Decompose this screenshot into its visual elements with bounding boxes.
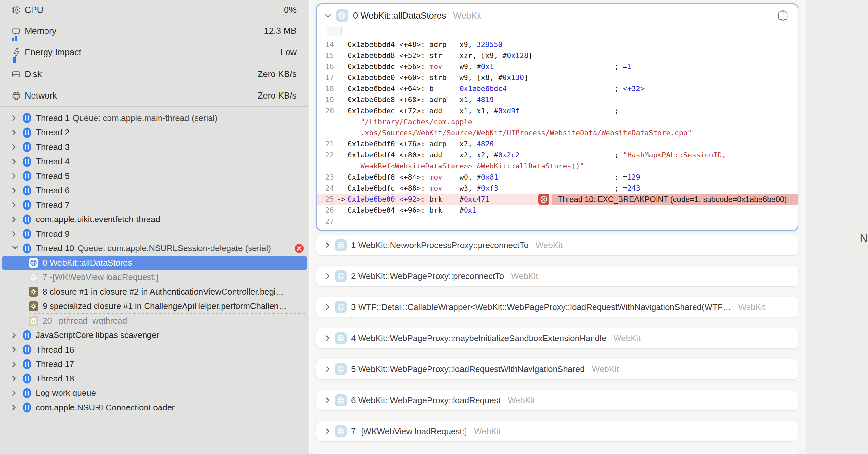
thread-label: Log work queue bbox=[36, 388, 96, 398]
chevron-right-icon[interactable] bbox=[12, 159, 16, 165]
disassembly-line[interactable]: 150x1abe6bdd8 <+52>: str xzr, [x9, #0x12… bbox=[317, 50, 798, 61]
disassembly-line[interactable]: .xbs/Sources/WebKit/Source/WebKit/UIProc… bbox=[317, 127, 798, 139]
chevron-right-icon[interactable] bbox=[12, 346, 16, 353]
thread-row[interactable]: com.apple.uikit.eventfetch-thread bbox=[0, 212, 309, 227]
stack-frame-card-collapsed[interactable]: 2 WebKit::WebPageProxy::preconnectToWebK… bbox=[316, 266, 799, 286]
stack-frame-card-collapsed[interactable]: 7 -[WKWebView loadRequest:]WebKit bbox=[316, 421, 799, 442]
thread-label: com.apple.uikit.eventfetch-thread bbox=[36, 214, 160, 224]
chevron-right-icon[interactable] bbox=[326, 335, 330, 341]
instruction-text: .xbs/Sources/WebKit/Source/WebKit/UIProc… bbox=[348, 127, 692, 139]
chevron-right-icon[interactable] bbox=[326, 304, 330, 310]
disassembly-line[interactable]: 200x1abe6bdec <+72>: add x1, x1, #0xd9f … bbox=[317, 105, 798, 116]
thread-row[interactable]: Thread 1Queue: com.apple.main-thread (se… bbox=[0, 111, 309, 125]
chevron-right-icon[interactable] bbox=[12, 375, 16, 382]
breakpoint-error-badge[interactable] bbox=[294, 244, 304, 253]
chevron-right-icon[interactable] bbox=[12, 404, 16, 411]
stack-frame-row[interactable]: 0 WebKit::allDataStores bbox=[2, 256, 307, 270]
thread-label: Thread 1 bbox=[36, 113, 69, 123]
thread-row[interactable]: Thread 18 bbox=[0, 371, 309, 386]
thread-row[interactable]: Thread 10Queue: com.apple.NSURLSession-d… bbox=[0, 241, 309, 256]
disassembly-line[interactable]: 170x1abe6bde0 <+60>: strb w9, [x8, #0x13… bbox=[317, 72, 798, 83]
stack-frame-card-header[interactable]: 0 WebKit::allDataStores WebKit bbox=[317, 4, 798, 27]
disassembly-view[interactable]: 140x1abe6bdd4 <+48>: adrp x9, 329550150x… bbox=[317, 27, 798, 227]
disassembly-line[interactable]: "/Library/Caches/com.apple bbox=[317, 116, 798, 127]
frame-module: WebKit bbox=[474, 426, 501, 436]
chevron-right-icon[interactable] bbox=[326, 273, 330, 279]
chevron-right-icon[interactable] bbox=[12, 231, 16, 237]
chevron-right-icon[interactable] bbox=[12, 115, 16, 121]
webkit-globe-icon bbox=[336, 9, 348, 22]
disassembly-line-breakpoint[interactable]: 25->0x1abe6be00 <+92>: brk #0xc471Thread… bbox=[317, 194, 798, 205]
thread-row[interactable]: Thread 2 bbox=[0, 125, 309, 140]
chevron-right-icon[interactable] bbox=[12, 361, 16, 368]
gauge-row-network[interactable]: NetworkZero KB/s bbox=[0, 85, 309, 107]
gauge-row-memory[interactable]: Memory12.3 MB bbox=[0, 21, 309, 42]
frame-title: 5 WebKit::WebPageProxy::loadRequestWithN… bbox=[351, 364, 585, 374]
stack-frame-row[interactable]: 20 _pthread_wqthread bbox=[0, 313, 309, 328]
gauge-mini-bar bbox=[12, 38, 14, 41]
disassembly-lines: 140x1abe6bdd4 <+48>: adrp x9, 329550150x… bbox=[317, 39, 798, 227]
chevron-right-icon[interactable] bbox=[12, 202, 16, 208]
disassembly-line[interactable]: 220x1abe6bdf4 <+80>: add x2, x2, #0x2c2 … bbox=[317, 150, 798, 161]
stack-frame-row[interactable]: 7 -[WKWebView loadRequest:] bbox=[0, 270, 309, 285]
stack-frame-card-collapsed[interactable]: 4 WebKit::WebPageProxy::maybeInitializeS… bbox=[316, 328, 799, 349]
chevron-right-icon[interactable] bbox=[326, 428, 330, 434]
expand-vertically-icon[interactable] bbox=[777, 9, 789, 23]
gear-icon bbox=[29, 287, 38, 296]
disassembly-line[interactable]: 240x1abe6bdfc <+88>: mov w3, #0xf3 ; =24… bbox=[317, 183, 798, 194]
webkit-globe-icon bbox=[335, 425, 347, 437]
chevron-down-icon[interactable] bbox=[12, 245, 16, 252]
chevron-down-icon[interactable] bbox=[325, 13, 331, 18]
disassembly-line[interactable]: 160x1abe6bddc <+56>: mov w9, #0x1 ; =1 bbox=[317, 61, 798, 72]
chevron-right-icon[interactable] bbox=[12, 130, 16, 136]
disassembly-line[interactable]: 210x1abe6bdf0 <+76>: adrp x2, 4820 bbox=[317, 139, 798, 150]
energy-icon bbox=[11, 48, 21, 58]
chevron-right-icon[interactable] bbox=[12, 187, 16, 194]
exception-circle-x-icon[interactable] bbox=[538, 194, 549, 205]
disassembly-line[interactable]: 230x1abe6bdf8 <+84>: mov w0, #0x81 ; =12… bbox=[317, 172, 798, 183]
gauge-row-cpu[interactable]: CPU0% bbox=[0, 0, 309, 21]
chevron-right-icon[interactable] bbox=[12, 390, 16, 396]
stack-frame-row[interactable]: 8 closure #1 in closure #2 in Authentica… bbox=[0, 285, 309, 299]
thread-row[interactable]: Thread 6 bbox=[0, 183, 309, 198]
thread-row[interactable]: Thread 9 bbox=[0, 227, 309, 241]
disassembly-line[interactable]: 180x1abe6bde4 <+64>: b 0x1abe6bdc4 ; <+3… bbox=[317, 83, 798, 94]
frame-label: 9 specialized closure #1 in ChallengeApi… bbox=[42, 299, 289, 313]
disassembly-line[interactable]: 190x1abe6bde8 <+68>: adrp x1, 4819 bbox=[317, 94, 798, 105]
chevron-right-icon[interactable] bbox=[12, 216, 16, 223]
thread-icon bbox=[23, 243, 31, 254]
stack-frame-card-collapsed[interactable]: 3 WTF::Detail::CallableWrapper<WebKit::W… bbox=[316, 296, 799, 317]
disassembly-line[interactable]: WeakRef<WebsiteDataStore>> &WebKit::allD… bbox=[317, 161, 798, 172]
gauge-value: 0% bbox=[284, 0, 297, 20]
stack-frame-card-collapsed[interactable]: 1 WebKit::NetworkProcessProxy::preconnec… bbox=[316, 235, 799, 256]
thread-row[interactable]: Thread 4 bbox=[0, 154, 309, 169]
disassembly-line[interactable]: 140x1abe6bdd4 <+48>: adrp x9, 329550 bbox=[317, 39, 798, 50]
chevron-right-icon[interactable] bbox=[12, 144, 16, 150]
thread-row[interactable]: Thread 16 bbox=[0, 342, 309, 357]
performance-gauges: CPU0%Memory12.3 MBEnergy ImpactLowDiskZe… bbox=[0, 0, 309, 107]
chevron-right-icon[interactable] bbox=[326, 366, 330, 372]
stack-frame-card-collapsed[interactable]: 5 WebKit::WebPageProxy::loadRequestWithN… bbox=[316, 359, 799, 379]
thread-row[interactable]: com.apple.NSURLConnectionLoader bbox=[0, 400, 309, 415]
chevron-right-icon[interactable] bbox=[326, 242, 330, 249]
thread-row[interactable]: Log work queue bbox=[0, 386, 309, 400]
thread-row[interactable]: Thread 5 bbox=[0, 169, 309, 183]
stack-frame-row[interactable]: 9 specialized closure #1 in ChallengeApi… bbox=[0, 299, 309, 313]
program-counter-arrow bbox=[334, 72, 348, 83]
disassembly-line[interactable]: 260x1abe6be04 <+96>: brk #0x1 bbox=[317, 205, 798, 216]
chevron-right-icon[interactable] bbox=[12, 173, 16, 179]
gauge-row-energy-impact[interactable]: Energy ImpactLow bbox=[0, 42, 309, 63]
line-number: 27 bbox=[317, 216, 334, 227]
instruction-text: 0x1abe6bdf8 <+84>: mov w0, #0x81 ; =129 bbox=[348, 172, 640, 183]
disassembly-line[interactable]: 27 bbox=[317, 216, 798, 227]
stack-frame-card-collapsed[interactable]: 6 WebKit::WebPageProxy::loadRequestWebKi… bbox=[316, 390, 799, 411]
thread-row[interactable]: Thread 3 bbox=[0, 140, 309, 154]
chevron-right-icon[interactable] bbox=[326, 397, 330, 404]
thread-row[interactable]: JavaScriptCore libpas scavenger bbox=[0, 328, 309, 342]
thread-row[interactable]: Thread 7 bbox=[0, 198, 309, 212]
code-fold-ribbon[interactable] bbox=[327, 27, 342, 36]
thread-row[interactable]: Thread 17 bbox=[0, 357, 309, 371]
chevron-right-icon[interactable] bbox=[12, 332, 16, 339]
stack-frame-card-partial[interactable] bbox=[316, 452, 799, 454]
gauge-row-disk[interactable]: DiskZero KB/s bbox=[0, 63, 309, 85]
